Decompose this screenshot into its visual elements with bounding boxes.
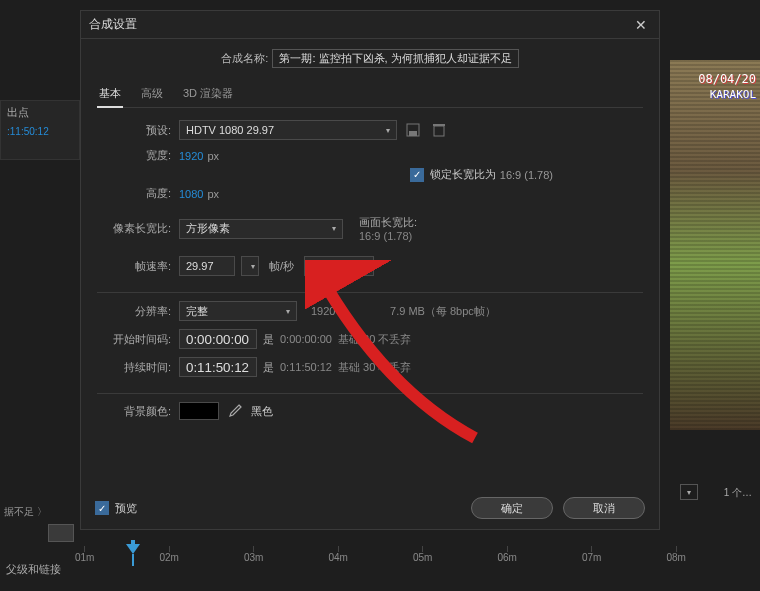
height-label: 高度: (97, 186, 179, 201)
preset-label: 预设: (97, 123, 179, 138)
bg-panel: 出点 :11:50:12 (0, 100, 80, 160)
svg-rect-0 (131, 540, 135, 544)
bg-count-text: 1 个… (724, 486, 752, 500)
height-value[interactable]: 1080 (179, 188, 203, 200)
preview-label: 预览 (115, 501, 137, 516)
composition-settings-dialog: 合成设置 ✕ 合成名称: 第一期: 监控拍下凶杀, 为何抓捕犯人却证据不足 基本… (80, 10, 660, 530)
par-select[interactable]: 方形像素 ▾ (179, 219, 343, 239)
svg-rect-4 (409, 131, 417, 136)
chevron-down-icon: ▾ (386, 126, 390, 135)
divider (97, 393, 643, 394)
eyedropper-icon[interactable] (227, 403, 243, 419)
lock-aspect-checkbox[interactable]: ✓ (410, 168, 424, 182)
chevron-down-icon: ▾ (332, 224, 336, 233)
fps-unit-label: 帧/秒 (269, 259, 294, 274)
chevron-down-icon: ▾ (286, 307, 290, 316)
fps-label: 帧速率: (97, 259, 179, 274)
preview-timestamp: 08/04/20 (698, 72, 756, 86)
out-point-label: 出点 (1, 101, 79, 124)
bgcolor-swatch[interactable] (179, 402, 219, 420)
duration-input[interactable] (179, 357, 257, 377)
bg-dropdown-chevron[interactable]: ▾ (680, 484, 698, 500)
start-tc-base-tc: 0:00:00:00 (280, 333, 332, 345)
resolution-info-a: 1920 x (311, 305, 344, 317)
frame-ar-value: 16:9 (1.78) (359, 230, 417, 242)
svg-rect-6 (433, 124, 445, 126)
duration-label: 持续时间: (97, 360, 179, 375)
divider (97, 292, 643, 293)
close-icon[interactable]: ✕ (631, 17, 651, 33)
start-tc-label: 开始时间码: (97, 332, 179, 347)
cancel-button[interactable]: 取消 (563, 497, 645, 519)
playhead-icon[interactable] (126, 540, 140, 566)
width-value[interactable]: 1920 (179, 150, 203, 162)
dialog-titlebar: 合成设置 ✕ (81, 11, 659, 39)
start-tc-is: 是 (263, 332, 274, 347)
height-unit: px (207, 188, 219, 200)
comp-name-input[interactable]: 第一期: 监控拍下凶杀, 为何抓捕犯人却证据不足 (272, 49, 518, 68)
preview-location: KARAKOL (710, 88, 756, 101)
lock-aspect-value: 16:9 (1.78) (500, 169, 553, 181)
chevron-down-icon: ▾ (363, 262, 367, 271)
frame-ar-label: 画面长宽比: (359, 215, 417, 230)
tab-bar: 基本 高级 3D 渲染器 (97, 82, 643, 108)
duration-base-text: 基础 30 不丢弃 (338, 360, 411, 375)
out-point-value: :11:50:12 (1, 124, 79, 139)
fps-chevron[interactable]: ▾ (241, 256, 259, 276)
parent-link-label: 父级和链接 (0, 558, 67, 581)
duration-is: 是 (263, 360, 274, 375)
ok-button[interactable]: 确定 (471, 497, 553, 519)
svg-rect-5 (434, 126, 444, 136)
start-tc-input[interactable] (179, 329, 257, 349)
bgcolor-label: 背景颜色: (97, 404, 179, 419)
svg-marker-1 (126, 544, 140, 554)
dialog-title: 合成设置 (89, 16, 137, 33)
bg-bottom-text: 据不足 〉 (0, 503, 51, 521)
trash-icon[interactable] (429, 120, 449, 140)
timeline-ruler[interactable]: 01m 02m 03m 04m 05m 06m 07m 08m (84, 538, 760, 560)
dialog-footer: ✓ 预览 确定 取消 (81, 487, 659, 529)
resolution-select[interactable]: 完整 ▾ (179, 301, 297, 321)
fps-value-select[interactable]: 29.97 (179, 256, 235, 276)
preset-select[interactable]: HDTV 1080 29.97 ▾ (179, 120, 397, 140)
tab-3d-renderer[interactable]: 3D 渲染器 (181, 82, 235, 107)
width-unit: px (207, 150, 219, 162)
duration-base-tc: 0:11:50:12 (280, 361, 332, 373)
resolution-label: 分辨率: (97, 304, 179, 319)
par-label: 像素长宽比: (97, 221, 179, 236)
lock-aspect-label: 锁定长宽比为 (430, 167, 496, 182)
save-preset-icon[interactable] (403, 120, 423, 140)
resolution-info-b: 7.9 MB（每 8bpc帧） (390, 304, 496, 319)
svg-rect-2 (132, 554, 134, 566)
bgcolor-name: 黑色 (251, 404, 273, 419)
bg-toolbar-button[interactable] (48, 524, 74, 542)
tab-advanced[interactable]: 高级 (139, 82, 165, 107)
preview-thumbnail: 08/04/20 KARAKOL (670, 60, 760, 430)
start-tc-base-text: 基础 30 不丢弃 (338, 332, 411, 347)
width-label: 宽度: (97, 148, 179, 163)
preview-checkbox[interactable]: ✓ (95, 501, 109, 515)
comp-name-label: 合成名称: (221, 51, 268, 66)
fps-dropframe-select[interactable]: 无丢帧 ▾ (304, 256, 374, 276)
tab-basic[interactable]: 基本 (97, 82, 123, 107)
